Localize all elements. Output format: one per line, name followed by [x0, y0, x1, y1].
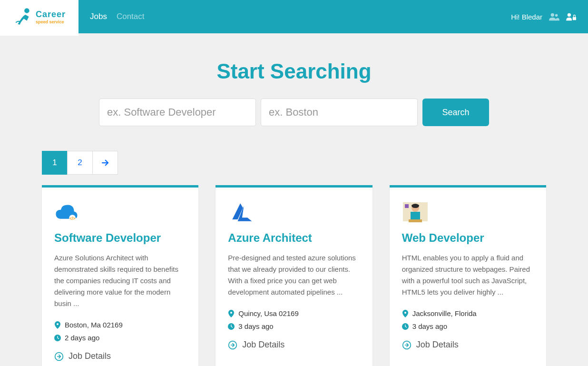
job-details-label: Job Details [242, 340, 284, 350]
job-description: Azure Solutions Architect with demonstra… [54, 252, 186, 309]
job-posted: 3 days ago [402, 322, 534, 330]
page-2[interactable]: 2 [67, 151, 93, 175]
job-title[interactable]: Azure Architect [228, 231, 360, 245]
job-card: Azure Architect Pre-designed and tested … [216, 185, 372, 366]
job-details-label: Job Details [69, 351, 111, 361]
job-title[interactable]: Software Developer [54, 231, 186, 245]
search-location-input[interactable] [261, 99, 418, 126]
location-icon [54, 321, 61, 329]
search-keyword-input[interactable] [99, 99, 256, 126]
search-title: Start Searching [42, 59, 546, 83]
job-title[interactable]: Web Developer [402, 231, 534, 245]
user-lock-icon[interactable] [566, 12, 577, 21]
svg-point-1 [551, 13, 554, 17]
svg-rect-15 [405, 204, 409, 208]
location-icon [228, 310, 235, 317]
clock-icon [402, 323, 409, 330]
logo-icon [13, 7, 33, 27]
job-posted-text: 3 days ago [412, 322, 447, 330]
job-location-text: Boston, Ma 02169 [65, 321, 123, 329]
azure-icon [228, 201, 255, 224]
job-location: Jacksonville, Florida [402, 309, 534, 317]
arrow-circle-icon [402, 340, 412, 350]
job-details-link[interactable]: Job Details [402, 340, 534, 350]
location-icon [402, 310, 409, 317]
page-1[interactable]: 1 [42, 151, 68, 175]
users-icon[interactable] [549, 12, 559, 21]
search-form: Search [42, 99, 546, 126]
brand-name: Career [36, 10, 66, 20]
developer-person-icon [402, 201, 429, 224]
job-posted: 3 days ago [228, 322, 360, 330]
job-posted-text: 3 days ago [238, 322, 273, 330]
page-next[interactable] [92, 151, 118, 175]
nav-link-jobs[interactable]: Jobs [90, 12, 107, 21]
clock-icon [228, 323, 235, 330]
job-location: Quincy, Usa 02169 [228, 309, 360, 317]
job-posted-text: 2 days ago [65, 334, 99, 342]
navbar: Career speed service Jobs Contact Hi! Bl… [0, 0, 588, 33]
job-details-link[interactable]: Job Details [54, 351, 186, 361]
pagination: 1 2 [42, 151, 546, 175]
brand-subtitle: speed service [36, 20, 66, 24]
job-location-text: Quincy, Usa 02169 [238, 309, 298, 317]
arrow-circle-icon [228, 340, 237, 350]
clock-icon [54, 334, 61, 342]
arrow-right-icon [101, 158, 109, 167]
cloud-code-icon: </> [54, 201, 81, 224]
job-location: Boston, Ma 02169 [54, 321, 186, 329]
nav-links: Jobs Contact [90, 12, 145, 21]
arrow-circle-icon [54, 352, 64, 361]
job-description: HTML enables you to apply a fluid and or… [402, 252, 534, 298]
svg-point-3 [568, 13, 571, 17]
svg-point-0 [24, 8, 29, 13]
job-location-text: Jacksonville, Florida [412, 309, 477, 317]
job-card: </> Software Developer Azure Solutions A… [42, 185, 198, 366]
nav-right: Hi! Bledar [511, 12, 588, 21]
svg-rect-18 [409, 219, 422, 222]
job-cards: </> Software Developer Azure Solutions A… [42, 185, 546, 366]
user-greeting: Hi! Bledar [511, 13, 542, 21]
svg-text:</>: </> [69, 216, 76, 221]
logo[interactable]: Career speed service [0, 0, 78, 36]
svg-rect-4 [573, 17, 576, 20]
svg-point-2 [555, 14, 558, 17]
job-details-label: Job Details [416, 340, 459, 350]
nav-link-contact[interactable]: Contact [117, 12, 145, 21]
job-details-link[interactable]: Job Details [228, 340, 360, 350]
job-card: Web Developer HTML enables you to apply … [390, 185, 546, 366]
job-posted: 2 days ago [54, 334, 186, 342]
job-description: Pre-designed and tested azure solutions … [228, 252, 360, 298]
search-button[interactable]: Search [422, 99, 489, 126]
